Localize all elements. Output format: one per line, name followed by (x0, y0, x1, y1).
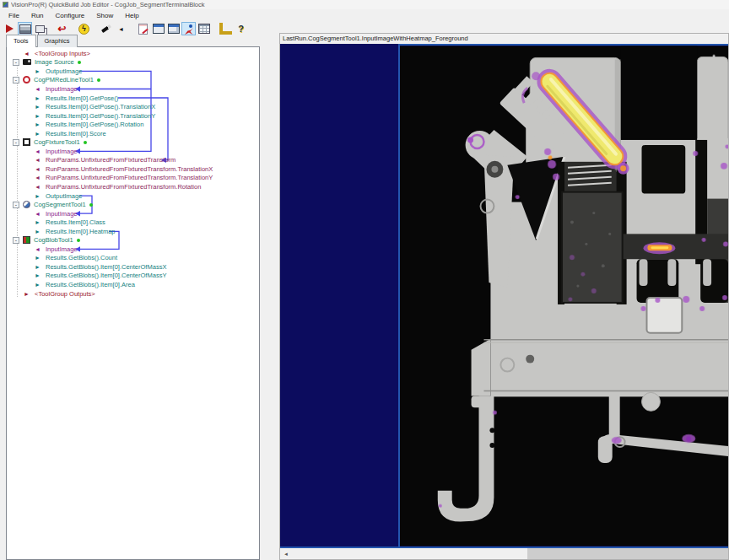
modified-dot (97, 78, 100, 82)
image-display-button[interactable] (18, 22, 32, 35)
screw-clamp (558, 162, 627, 304)
tree-row[interactable]: RunParams.UnfixturedFromFixturedTransfor… (7, 182, 259, 191)
pin-arrow-icon (35, 211, 46, 217)
tree-row[interactable]: Results.Item[0].GetPose().Rotation (7, 120, 259, 129)
tree-row-label: RunParams.UnfixturedFromFixturedTransfor… (46, 156, 176, 164)
job-profiler-button[interactable] (219, 22, 233, 35)
tree-row-label: Results.GetBlobs().Item[0].CenterOfMassY (46, 272, 166, 279)
tree-row-label: Results.Item[0].GetPose().TranslationY (46, 112, 155, 120)
inspection-image (398, 44, 728, 547)
tree-row[interactable]: CogBlobTool1 (7, 235, 259, 245)
tree-row[interactable]: CogSegmentTool1 (7, 200, 259, 209)
clear-graphics-button[interactable] (99, 22, 113, 35)
reset-job-button[interactable] (55, 22, 69, 35)
tree-row-label: Results.Item[0].Score (46, 130, 106, 137)
expander-icon[interactable] (13, 59, 19, 66)
expander-icon[interactable] (13, 77, 19, 83)
help-button[interactable] (234, 22, 248, 35)
tree-row[interactable]: Results.Item[0].Score (7, 129, 259, 138)
app-icon (3, 2, 8, 8)
tree-row[interactable]: InputImage (7, 147, 259, 156)
pin-arrow-icon (35, 272, 46, 278)
tool-icon (23, 201, 30, 208)
tree-row[interactable]: InputImage (7, 245, 259, 254)
tree-row-label: Results.Item[0].GetPose().TranslationX (46, 103, 155, 110)
tree-row-label: RunParams.UnfixturedFromFixturedTransfor… (46, 165, 213, 173)
tree-row[interactable]: Results.GetBlobs().Count (7, 254, 259, 263)
pin-arrow-icon (35, 184, 46, 190)
tree-row[interactable]: Results.Item[0].GetPose().TranslationX (7, 102, 259, 111)
tree-row[interactable]: InputImage (7, 209, 259, 218)
tree-row-label: Results.GetBlobs().Item[0].Area (46, 281, 135, 288)
tree-row-label: <ToolGroup Outputs> (35, 290, 95, 298)
floating-window-1-button[interactable] (151, 22, 165, 35)
modified-dot (84, 141, 87, 144)
tree-row-label: OutputImage (46, 67, 82, 75)
menu-item[interactable]: Help (119, 10, 144, 21)
tool-tree: <ToolGroup Inputs> Image Source OutputIm… (7, 47, 259, 298)
tree-row-label: RunParams.UnfixturedFromFixturedTransfor… (46, 183, 201, 191)
scroll-left-button[interactable]: ◄ (280, 548, 292, 559)
pointer-mode-button[interactable] (114, 22, 128, 35)
record-display-label: LastRun.CogSegmentTool1.InputImageWithHe… (280, 34, 728, 44)
tree-row-label: CogBlobTool1 (34, 236, 73, 244)
run-job-button[interactable] (3, 22, 17, 35)
job-notes-button[interactable] (136, 22, 150, 35)
tree-row[interactable]: Results.GetBlobs().Item[0].CenterOfMassX (7, 262, 259, 272)
tree-row[interactable]: CogPMRedLineTool1 (7, 76, 259, 85)
pin-arrow-icon (35, 246, 46, 252)
tree-row[interactable]: InputImage (7, 84, 259, 94)
left-panel-tabs: ToolsGraphics (6, 35, 78, 47)
tree-row[interactable]: OutputImage (7, 191, 259, 201)
pin-arrow-icon (35, 229, 46, 234)
tool-icon (23, 236, 30, 244)
tree-row[interactable]: Results.Item[0].GetPose() (7, 94, 259, 103)
tool-icon (23, 76, 30, 83)
heatmap-blob-small (644, 242, 676, 254)
tree-row-label: CogFixtureTool1 (34, 138, 80, 146)
pin-arrow-icon (24, 51, 35, 57)
tab[interactable]: Graphics (37, 35, 78, 47)
menu-item[interactable]: Run (25, 10, 50, 21)
run-mode-button[interactable] (181, 22, 196, 35)
menu-item[interactable]: Show (90, 10, 119, 21)
scrollbar-track[interactable] (292, 548, 728, 559)
image-windows-button[interactable] (33, 22, 47, 35)
pin-arrow-icon (35, 68, 46, 74)
tree-row-label: InputImage (46, 245, 78, 253)
results-window-button[interactable] (197, 22, 211, 35)
expander-icon[interactable] (13, 139, 19, 146)
menu-item[interactable]: Configure (50, 10, 91, 21)
tree-row[interactable]: RunParams.UnfixturedFromFixturedTransfor… (7, 174, 259, 183)
image-display-area[interactable] (280, 44, 728, 548)
tree-row[interactable]: RunParams.UnfixturedFromFixturedTransfor… (7, 164, 259, 174)
pin-arrow-icon (35, 95, 46, 101)
tree-row[interactable]: Results.GetBlobs().Item[0].Area (7, 280, 259, 289)
tree-row[interactable]: RunParams.UnfixturedFromFixturedTransfor… (7, 156, 259, 165)
tree-row[interactable]: Results.Item[0].Heatmap (7, 227, 259, 236)
expander-icon[interactable] (13, 202, 19, 208)
tree-row[interactable]: Image Source (7, 58, 259, 67)
title-bar: VisionPro(R) QuickBuild Job Editor - Cog… (0, 0, 729, 9)
tree-row-label: CogPMRedLineTool1 (34, 76, 94, 83)
tree-row[interactable]: Results.Item[0].Class (7, 218, 259, 227)
modified-dot (89, 203, 93, 207)
scrollbar-thumb[interactable] (527, 548, 728, 559)
pin-arrow-icon (35, 166, 46, 172)
menu-bar: FileRunConfigureShowHelp (0, 9, 729, 21)
tree-row[interactable]: <ToolGroup Outputs> (7, 289, 259, 299)
horizontal-scrollbar: ◄ (280, 548, 728, 559)
tree-row[interactable]: OutputImage (7, 67, 259, 76)
tree-row[interactable]: Results.GetBlobs().Item[0].CenterOfMassY (7, 272, 259, 281)
trigger-run-button[interactable] (77, 22, 91, 35)
tree-row[interactable]: Results.Item[0].GetPose().TranslationY (7, 111, 259, 121)
pin-arrow-icon (35, 131, 46, 137)
pin-arrow-icon (35, 148, 46, 154)
menu-item[interactable]: File (3, 10, 25, 21)
tool-tree-panel[interactable]: <ToolGroup Inputs> Image Source OutputIm… (6, 46, 260, 560)
expander-icon[interactable] (13, 237, 19, 244)
tree-row[interactable]: CogFixtureTool1 (7, 137, 259, 147)
tree-row[interactable]: <ToolGroup Inputs> (7, 49, 259, 58)
floating-window-2-button[interactable] (166, 22, 181, 35)
tab[interactable]: Tools (6, 35, 36, 47)
